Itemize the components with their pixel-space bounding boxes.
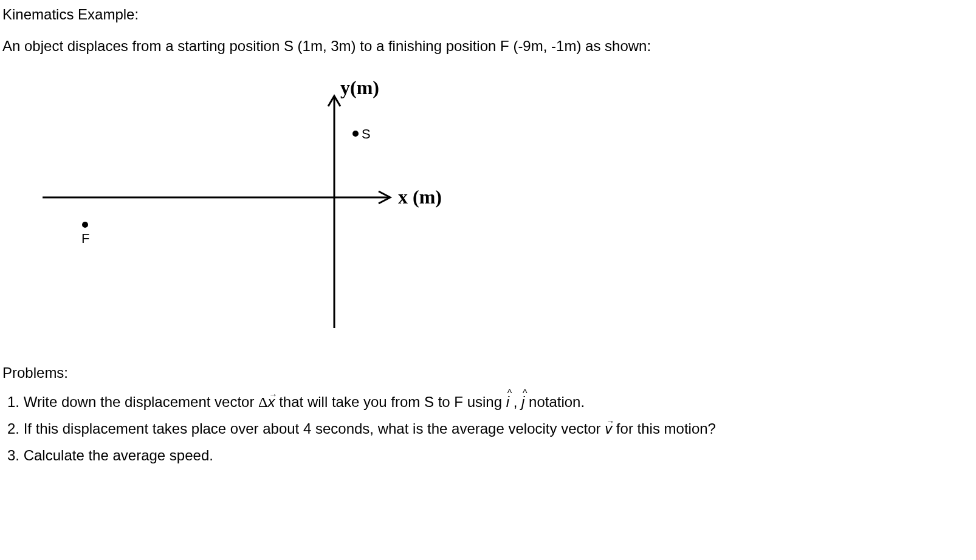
diagram-container: y(m) x (m) S F (0, 73, 976, 340)
problem-text: for this motion? (612, 420, 716, 437)
problem-text: If this displacement takes place over ab… (24, 420, 605, 437)
point-s-dot (352, 131, 359, 137)
unit-vector-j: ^j (521, 391, 524, 413)
problem-text: Write down the displacement vector (24, 394, 258, 410)
problems-list: 1. Write down the displacement vector Δ→… (0, 391, 976, 466)
point-s-label: S (362, 126, 371, 142)
x-axis-label: x (m) (398, 186, 442, 208)
problem-num: 3. (7, 447, 19, 463)
problem-num: 2. (7, 420, 19, 437)
delta-symbol: Δ (258, 394, 267, 410)
vector-x: →x (268, 391, 275, 413)
arrow-icon: → (269, 389, 278, 401)
problem-1: 1. Write down the displacement vector Δ→… (7, 391, 976, 413)
point-f-label: F (81, 231, 89, 247)
problem-num: 1. (7, 394, 19, 410)
title: Kinematics Example: (0, 6, 976, 23)
point-f-dot (82, 222, 88, 228)
hat-icon: ^ (507, 386, 512, 401)
problem-text: that will take you from S to F using (275, 394, 506, 410)
hat-icon: ^ (523, 386, 528, 401)
unit-vector-i: ^i (506, 391, 509, 413)
problem-text: Calculate the average speed. (24, 447, 213, 463)
problem-3: 3. Calculate the average speed. (7, 445, 976, 466)
problem-text: notation. (524, 394, 585, 410)
coordinate-diagram: y(m) x (m) S F (43, 73, 468, 340)
intro-text: An object displaces from a starting posi… (0, 38, 976, 55)
problems-heading: Problems: (0, 364, 976, 381)
vector-v: →v (605, 418, 612, 440)
y-axis-label: y(m) (340, 77, 379, 99)
problem-2: 2. If this displacement takes place over… (7, 418, 976, 440)
arrow-icon: → (606, 415, 614, 428)
